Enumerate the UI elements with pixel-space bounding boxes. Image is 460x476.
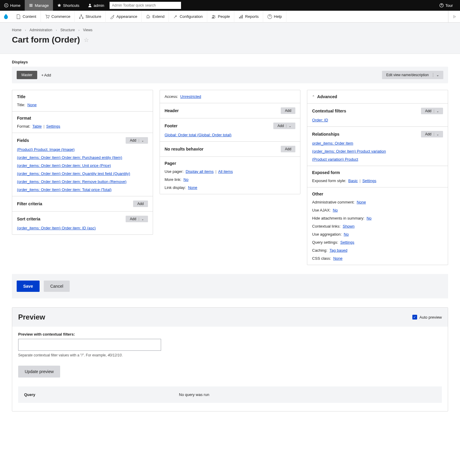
breadcrumb-admin[interactable]: Administration — [29, 28, 52, 32]
star-outline-icon[interactable]: ☆ — [84, 36, 89, 43]
svg-rect-11 — [241, 16, 241, 18]
svg-point-4 — [48, 18, 49, 18]
advanced-toggle[interactable]: ⌃ Advanced — [307, 90, 448, 104]
contextual-add-button[interactable]: Add⌄ — [421, 108, 443, 114]
contextual-link[interactable]: Order: ID — [312, 118, 443, 122]
relationship-link[interactable]: (order_items: Order Item) Product variat… — [312, 149, 443, 154]
paint-icon — [110, 14, 115, 19]
help-circle-icon — [439, 3, 444, 7]
menu-extend[interactable]: Extend — [142, 11, 169, 23]
cancel-button[interactable]: Cancel — [44, 281, 70, 292]
field-link[interactable]: (order_items: Order Item) Order item: To… — [17, 187, 148, 192]
svg-point-8 — [212, 15, 214, 16]
footer-add-button[interactable]: Add⌄ — [273, 123, 295, 129]
filter-add-button[interactable]: Add — [133, 201, 148, 207]
exposed-settings-link[interactable]: Settings — [362, 178, 376, 183]
field-link[interactable]: (order_items: Order Item) Order item: Pu… — [17, 155, 148, 160]
menu-collapse-toggle[interactable] — [448, 11, 460, 23]
wrench-icon — [173, 14, 178, 19]
chevron-down-icon[interactable]: ⌄ — [139, 139, 144, 142]
filter-heading: Filter criteria — [17, 201, 42, 206]
chevron-down-icon[interactable]: ⌄ — [434, 133, 439, 136]
exposed-value-link[interactable]: Basic — [348, 178, 358, 183]
preview-filter-label: Preview with contextual filters: — [18, 332, 442, 336]
chevron-down-icon[interactable]: ⌄ — [286, 124, 291, 128]
menu-help[interactable]: Help — [263, 11, 286, 23]
other-link[interactable]: None — [333, 256, 342, 261]
breadcrumb-structure[interactable]: Structure — [60, 28, 75, 32]
toolbar-tour-label: Tour — [445, 3, 453, 8]
footer-link[interactable]: Global: Order total (Global: Order total… — [165, 133, 296, 137]
other-link[interactable]: No — [333, 208, 338, 212]
menu-people[interactable]: People — [207, 11, 234, 23]
other-link[interactable]: Shown — [343, 224, 355, 228]
svg-point-3 — [46, 18, 47, 18]
toolbar-user[interactable]: admin — [84, 0, 108, 11]
noresults-add-button[interactable]: Add — [281, 146, 295, 152]
header-heading: Header — [165, 108, 179, 113]
breadcrumb-home[interactable]: Home — [12, 28, 21, 32]
other-link[interactable]: None — [357, 200, 366, 204]
exposed-heading: Exposed form — [312, 170, 443, 175]
bar-chart-icon — [238, 14, 243, 19]
toolbar-back-home[interactable]: Home — [0, 0, 25, 11]
preview-title: Preview — [18, 313, 45, 321]
edit-view-name-button[interactable]: Edit view name/description ⌄ — [382, 71, 443, 79]
link-display-link[interactable]: None — [188, 185, 197, 190]
toolbar-home-label: Home — [10, 3, 21, 8]
relationship-link[interactable]: order_items: Order Item — [312, 141, 443, 145]
format-settings-link[interactable]: Settings — [46, 124, 60, 129]
pager-allitems-link[interactable]: All items — [218, 169, 233, 174]
toolbar-search-input[interactable] — [110, 2, 181, 9]
toolbar-tour[interactable]: Tour — [435, 0, 457, 11]
format-value-link[interactable]: Table — [32, 124, 42, 129]
add-display-button[interactable]: +Add — [41, 73, 51, 77]
field-link[interactable]: (order_items: Order Item) Order item: Re… — [17, 179, 148, 184]
panel-advanced: ⌃ Advanced Contextual filters Add⌄ Order… — [307, 90, 448, 265]
field-link[interactable]: (order_items: Order Item) Order item: Un… — [17, 163, 148, 168]
update-preview-button[interactable]: Update preview — [18, 366, 60, 378]
other-link[interactable]: No — [367, 216, 372, 220]
breadcrumb-views[interactable]: Views — [83, 28, 93, 32]
header-add-button[interactable]: Add — [281, 107, 295, 114]
display-tab-master[interactable]: Master — [17, 71, 37, 79]
contextual-heading: Contextual filters — [312, 109, 346, 113]
menu-content[interactable]: Content — [12, 11, 41, 23]
checkbox-checked-icon: ✓ — [412, 315, 417, 320]
menu-structure[interactable]: Structure — [75, 11, 106, 23]
field-link[interactable]: (Product) Product: Image (Image) — [17, 147, 148, 152]
fields-add-button[interactable]: Add⌄ — [126, 137, 148, 144]
relationships-add-button[interactable]: Add⌄ — [421, 131, 443, 137]
chevron-down-icon[interactable]: ⌄ — [434, 109, 439, 113]
menu-configuration[interactable]: Configuration — [169, 11, 207, 23]
menu-appearance[interactable]: Appearance — [106, 11, 142, 23]
auto-preview-toggle[interactable]: ✓ Auto preview — [412, 315, 442, 320]
pager-display-link[interactable]: Display all items — [186, 169, 214, 174]
field-link[interactable]: (order_items: Order Item) Order item: Qu… — [17, 171, 148, 176]
toolbar-manage[interactable]: Manage — [25, 0, 53, 11]
relationship-link[interactable]: (Product variation) Product — [312, 157, 443, 162]
menu-reports[interactable]: Reports — [234, 11, 263, 23]
sort-add-button[interactable]: Add⌄ — [126, 216, 148, 222]
chevron-down-icon[interactable]: ⌄ — [139, 217, 144, 221]
menu-commerce[interactable]: Commerce — [41, 11, 75, 23]
title-value-link[interactable]: None — [27, 103, 37, 107]
other-link[interactable]: No — [344, 232, 349, 237]
svg-rect-5 — [81, 15, 82, 16]
preview-filter-input[interactable] — [18, 339, 161, 351]
sort-link[interactable]: (order_items: Order Item) Order item: ID… — [17, 226, 148, 230]
save-button[interactable]: Save — [17, 281, 40, 292]
file-icon — [16, 14, 21, 19]
drupal-logo-icon[interactable] — [0, 11, 12, 23]
other-link[interactable]: Tag based — [330, 248, 347, 253]
toolbar-shortcuts[interactable]: Shortcuts — [53, 0, 84, 11]
fields-heading: Fields — [17, 138, 29, 143]
other-link[interactable]: Settings — [340, 240, 354, 245]
query-label: Query — [24, 392, 179, 397]
more-link[interactable]: No — [183, 177, 188, 182]
chevron-right-icon: › — [25, 29, 26, 32]
svg-rect-10 — [239, 17, 240, 18]
access-value-link[interactable]: Unrestricted — [180, 94, 201, 99]
other-heading: Other — [312, 192, 443, 196]
chevron-down-icon[interactable]: ⌄ — [433, 73, 439, 77]
